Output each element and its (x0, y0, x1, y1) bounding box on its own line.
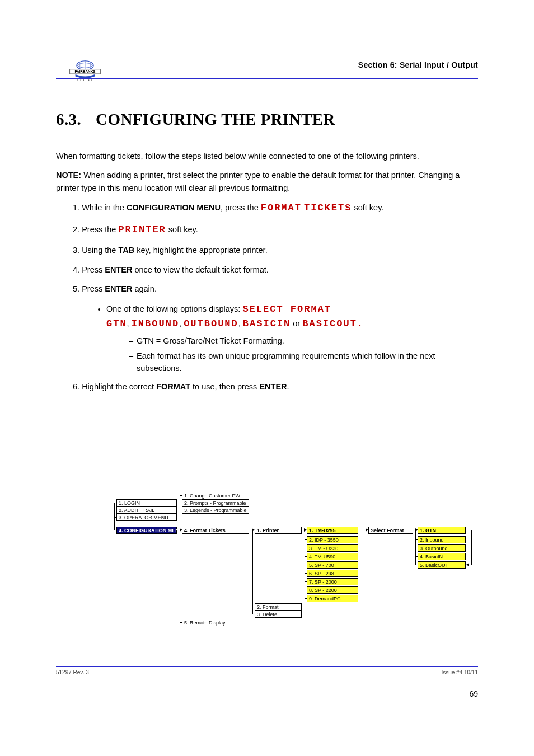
footer-rule (56, 666, 478, 667)
diagram-box: 3. Legends - Programmable (182, 506, 249, 514)
diagram-box-config: 4. CONFIGURATION MENU (116, 527, 177, 534)
t: soft key. (352, 203, 383, 212)
t: ENTER (259, 382, 287, 391)
diagram-box: 3. OPERATOR MENU (116, 514, 177, 521)
diagram-box: 5. SP - 700 (307, 561, 358, 569)
diagram-box: 8. SP - 2200 (307, 586, 358, 594)
diagram-box: 7. SP - 2000 (307, 578, 358, 585)
t: FORMAT (156, 382, 190, 391)
t: , (238, 319, 241, 328)
t: soft key. (166, 225, 198, 234)
intro-text: When formatting tickets, follow the step… (56, 150, 478, 162)
t: Press the (82, 225, 118, 234)
t: , (127, 319, 129, 328)
page-title: 6.3.CONFIGURING THE PRINTER (56, 110, 478, 129)
svg-text:S C A L E S: S C A L E S (77, 79, 93, 82)
diagram-box-printer: 1. Printer (255, 527, 302, 534)
step-5-bullet: One of the following options displays: S… (106, 302, 478, 332)
fairbanks-logo: FAIRBANKS S C A L E S (69, 58, 101, 84)
disp-printer: PRINTER (118, 224, 166, 235)
diagram-box-gtn: 1. GTN (418, 527, 466, 534)
diagram-box: 2. Format (255, 603, 302, 611)
note-label: NOTE: (56, 171, 81, 180)
diagram-box: 5. Remote Display (182, 619, 249, 626)
step-1: 1. While in the CONFIGURATION MENU, pres… (56, 201, 478, 215)
title-text: CONFIGURING THE PRINTER (96, 110, 335, 128)
gtn-note-2: Each format has its own unique programmi… (129, 350, 478, 375)
footer-left: 51297 Rev. 3 (56, 669, 89, 675)
diagram-box: 4. TM-U590 (307, 553, 358, 560)
step-3: 3. Using the TAB key, highlight the appr… (56, 244, 478, 256)
t: Using the (82, 246, 118, 255)
footer-right: Issue #4 10/11 (441, 669, 478, 675)
t: , (179, 319, 181, 328)
note-text: NOTE: When adding a printer, first selec… (56, 169, 478, 194)
menu-flow-diagram: 1. LOGIN 2. AUDIT TRAIL 3. OPERATOR MENU… (56, 487, 478, 632)
step-6: 6. Highlight the correct FORMAT to use, … (56, 381, 478, 393)
disp-outbound: OUTBOUND (184, 318, 238, 329)
t: Press (82, 284, 105, 293)
diagram-box: 2. AUDIT TRAIL (116, 506, 177, 514)
t: . (287, 382, 289, 391)
svg-text:FAIRBANKS: FAIRBANKS (74, 69, 95, 73)
diagram-box: 2. IDP - 3550 (307, 536, 358, 543)
t: , press the (221, 203, 261, 212)
step-num: 6. (73, 382, 79, 391)
step-2: 2. Press the PRINTER soft key. (56, 223, 478, 237)
diagram-box: 3. Delete (255, 611, 302, 618)
diagram-box: 1. Change Customer PW (182, 492, 249, 499)
diagram-box: 2. Prompts - Programmable (182, 499, 249, 506)
diagram-box-select-format: Select Format (368, 527, 413, 534)
step-num: 5. (73, 284, 79, 293)
step-num: 1. (73, 203, 79, 212)
section-label: Section 6: Serial Input / Output (358, 60, 478, 73)
disp-inbound: INBOUND (132, 318, 179, 329)
t: or (293, 319, 300, 328)
step-num: 4. (73, 265, 79, 274)
t: ENTER (105, 284, 132, 293)
t: again. (132, 284, 157, 293)
diagram-box: 9. DemandPC (307, 595, 358, 602)
diagram-box: 3. Outbound (418, 544, 466, 552)
step-4: 4. Press ENTER once to view the default … (56, 264, 478, 276)
title-number: 6.3. (56, 110, 81, 128)
disp-basicin: BASICIN (243, 318, 291, 329)
step-5: 5. Press ENTER again. (56, 283, 478, 295)
t: One of the following options displays: (106, 304, 242, 313)
gtn-note-1: GTN = Gross/Tare/Net Ticket Formatting. (129, 335, 478, 347)
diagram-box: 5. BasicOUT (418, 561, 466, 569)
disp-basicout: BASICOUT. (302, 318, 364, 329)
diagram-box: 4. BasicIN (418, 553, 466, 560)
t: to use, then press (190, 382, 259, 391)
diagram-box: 2. Inbound (418, 536, 466, 543)
t: Highlight the correct (82, 382, 156, 391)
t: key, highlight the appropriate printer. (134, 246, 268, 255)
diagram-box-tmu295: 1. TM-U295 (307, 527, 358, 534)
diagram-box-format-tickets: 4. Format Tickets (182, 527, 249, 534)
diagram-box: 6. SP - 298 (307, 570, 358, 577)
t: once to view the default ticket format. (132, 265, 268, 274)
t: ENTER (105, 265, 132, 274)
diagram-box: 1. LOGIN (116, 499, 177, 506)
disp-gtn: GTN (106, 318, 127, 329)
disp-format: FORMAT (261, 203, 302, 213)
footer: 51297 Rev. 3 Issue #4 10/11 69 (56, 669, 478, 675)
disp-select-format: SELECT FORMAT (242, 304, 331, 314)
step-num: 3. (73, 246, 79, 255)
step-num: 2. (73, 225, 79, 234)
t: TAB (118, 246, 134, 255)
t: While in the (82, 203, 127, 212)
t: CONFIGURATION MENU (127, 203, 221, 212)
page-number: 69 (469, 689, 478, 698)
diagram-box: 3. TM - U230 (307, 544, 358, 552)
disp-tickets: TICKETS (304, 203, 352, 213)
t: Press (82, 265, 105, 274)
note-body: When adding a printer, first select the … (56, 171, 460, 192)
